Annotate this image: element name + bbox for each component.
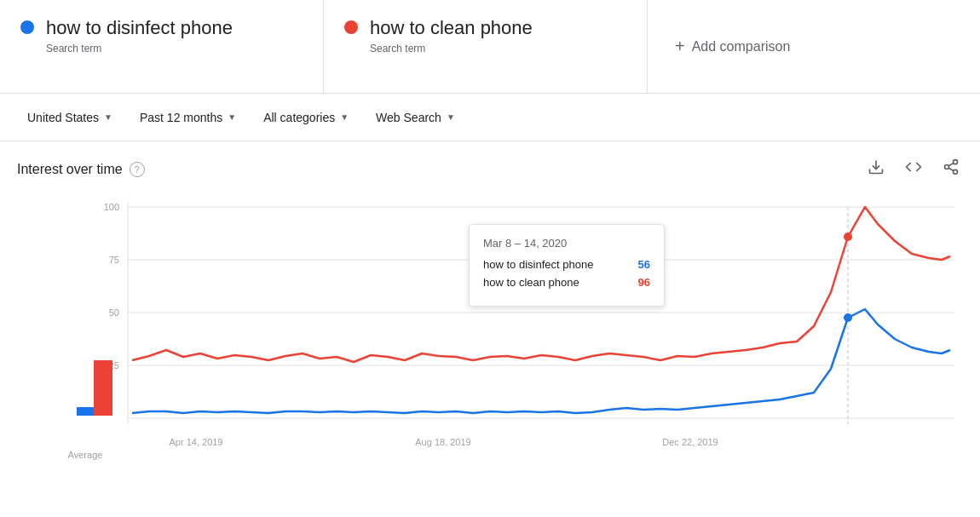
svg-text:75: 75: [109, 255, 119, 265]
location-filter-label: United States: [27, 111, 99, 124]
chart-header: Interest over time ?: [17, 155, 963, 183]
search-terms-bar: how to disinfect phone Search term how t…: [0, 0, 980, 94]
svg-text:100: 100: [104, 202, 119, 212]
term1-name: how to disinfect phone: [46, 17, 233, 39]
download-button[interactable]: [864, 155, 888, 183]
add-comparison-label: Add comparison: [692, 39, 791, 55]
term1-label: Search term: [46, 43, 233, 55]
svg-point-23: [844, 233, 852, 241]
svg-line-4: [948, 168, 954, 170]
term1-dot: [20, 20, 34, 34]
svg-text:50: 50: [109, 307, 119, 318]
tooltip-term-2: how to clean phone: [483, 276, 579, 289]
category-filter-label: All categories: [263, 111, 335, 124]
searchtype-chevron-icon: ▼: [447, 112, 455, 122]
chart-title-area: Interest over time ?: [17, 162, 145, 177]
plus-icon: +: [675, 37, 685, 56]
term2-name: how to clean phone: [370, 17, 533, 39]
svg-point-1: [954, 160, 958, 164]
timerange-chevron-icon: ▼: [228, 112, 236, 122]
svg-line-5: [948, 163, 954, 165]
search-term-2[interactable]: how to clean phone Search term: [324, 0, 648, 93]
tooltip-term-1: how to disinfect phone: [483, 258, 593, 271]
chart-actions: [864, 155, 963, 183]
location-chevron-icon: ▼: [104, 112, 112, 122]
svg-text:Dec 22, 2019: Dec 22, 2019: [662, 437, 718, 447]
share-button[interactable]: [939, 155, 963, 183]
help-icon[interactable]: ?: [130, 162, 145, 177]
svg-text:Aug 18, 2019: Aug 18, 2019: [415, 437, 470, 447]
search-term-1[interactable]: how to disinfect phone Search term: [0, 0, 324, 93]
category-chevron-icon: ▼: [340, 112, 349, 122]
chart-section: Interest over time ?: [0, 141, 980, 503]
filters-bar: United States ▼ Past 12 months ▼ All cat…: [0, 94, 980, 141]
category-filter[interactable]: All categories ▼: [253, 106, 359, 129]
search-type-filter-label: Web Search: [376, 111, 441, 124]
time-range-filter-label: Past 12 months: [140, 111, 222, 124]
add-comparison-button[interactable]: + Add comparison: [648, 0, 980, 93]
tooltip-value-1: 56: [638, 258, 650, 271]
svg-point-24: [844, 313, 852, 322]
svg-rect-18: [77, 407, 95, 416]
svg-text:Apr 14, 2019: Apr 14, 2019: [170, 437, 223, 447]
svg-point-2: [945, 165, 949, 169]
tooltip-date: Mar 8 – 14, 2020: [483, 237, 650, 250]
term2-label: Search term: [370, 43, 533, 55]
time-range-filter[interactable]: Past 12 months ▼: [130, 106, 246, 129]
tooltip-row-1: how to disinfect phone 56: [483, 258, 650, 271]
svg-point-3: [954, 169, 958, 174]
tooltip-row-2: how to clean phone 96: [483, 276, 650, 289]
location-filter[interactable]: United States ▼: [17, 106, 123, 129]
chart-tooltip: Mar 8 – 14, 2020 how to disinfect phone …: [469, 224, 665, 307]
term2-dot: [344, 20, 358, 34]
svg-text:Average: Average: [68, 450, 103, 460]
term1-info: how to disinfect phone Search term: [46, 17, 233, 55]
term2-info: how to clean phone Search term: [370, 17, 533, 55]
tooltip-value-2: 96: [638, 276, 650, 289]
chart-title: Interest over time: [17, 162, 123, 177]
search-type-filter[interactable]: Web Search ▼: [366, 106, 465, 129]
chart-container: 100 75 50 25 Apr 14, 2019 Aug 18, 2019 D…: [17, 190, 963, 497]
embed-button[interactable]: [902, 155, 925, 183]
svg-rect-19: [94, 360, 112, 416]
